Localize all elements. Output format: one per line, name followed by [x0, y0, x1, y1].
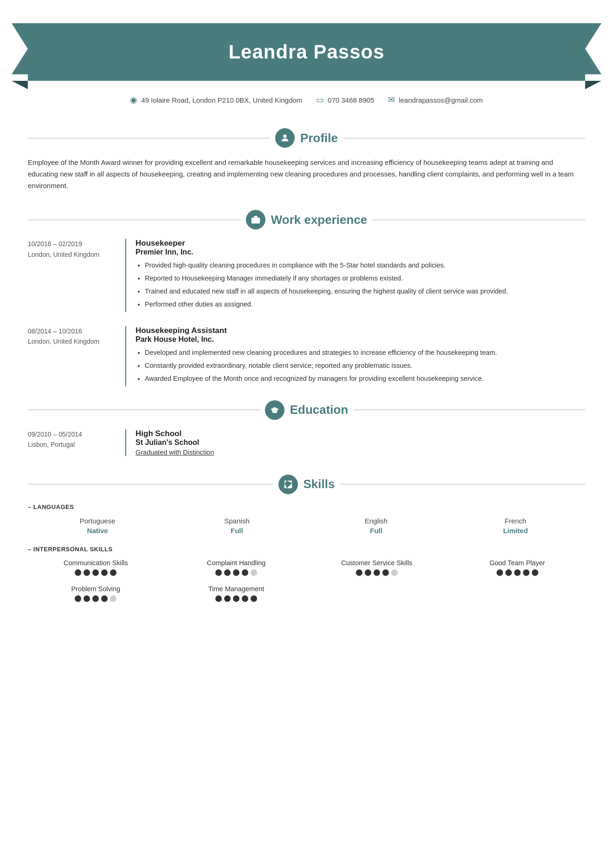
entry-1-date-loc: 10/2016 – 02/2019 London, United Kingdom: [28, 239, 111, 312]
skill-name-1: Complaint Handling: [168, 559, 304, 567]
svg-point-0: [283, 135, 286, 138]
education-icon: [265, 400, 284, 420]
skill-name-0: Communication Skills: [28, 559, 164, 567]
languages-grid: Portuguese Native Spanish Full English F…: [28, 517, 585, 535]
location-icon: ◉: [130, 95, 137, 105]
ribbon-fold-left: [12, 81, 28, 89]
skill-5: Time Management: [168, 585, 304, 602]
dot: [224, 569, 231, 576]
dot: [242, 595, 248, 602]
skill-2: Customer Service Skills: [309, 559, 445, 576]
skills-line-left: [28, 484, 273, 484]
interpersonal-grid: Communication Skills Complaint Handling: [28, 559, 585, 602]
edu-1-date: 09/2010 – 05/2014: [28, 429, 111, 439]
bullet-item: Developed and implemented new cleaning p…: [145, 347, 585, 359]
edu-line-left: [28, 410, 259, 410]
dot: [84, 595, 90, 602]
svg-rect-1: [252, 218, 260, 224]
work-section-header: Work experience: [28, 210, 585, 229]
dot: [75, 595, 81, 602]
lang-name-0: Portuguese: [28, 517, 167, 525]
entry-1-content: Housekeeper Premier Inn, Inc. Provided h…: [125, 239, 585, 312]
profile-section-header: Profile: [28, 128, 585, 148]
skill-name-2: Customer Service Skills: [309, 559, 445, 567]
entry-1-date: 10/2016 – 02/2019: [28, 239, 111, 249]
contact-address: ◉ 49 Iolaire Road, London P210 0BX, Unit…: [130, 95, 302, 105]
dot: [101, 569, 108, 576]
dot: [110, 595, 116, 602]
dot: [505, 569, 512, 576]
profile-title: Profile: [300, 131, 338, 145]
edu-1-degree: High School: [136, 429, 585, 438]
dot: [224, 595, 231, 602]
contact-bar: ◉ 49 Iolaire Road, London P210 0BX, Unit…: [0, 81, 613, 114]
dot: [84, 569, 90, 576]
dot: [110, 569, 116, 576]
edu-1-school: St Julian's School: [136, 438, 585, 447]
entry-2-location: London, United Kingdom: [28, 336, 111, 346]
skill-dots-5: [168, 595, 304, 602]
entry-2-company: Park House Hotel, Inc.: [136, 335, 585, 344]
phone-text: 070 3468 8905: [328, 96, 374, 104]
experience-entry-1: 10/2016 – 02/2019 London, United Kingdom…: [28, 239, 585, 312]
interpersonal-label: – INTERPERSONAL SKILLS: [28, 546, 585, 553]
lang-name-1: Spanish: [167, 517, 306, 525]
dot: [497, 569, 503, 576]
work-icon: [246, 210, 265, 229]
contact-email: ✉ leandrapassos@gmail.com: [388, 95, 483, 105]
dot: [514, 569, 521, 576]
education-section: 09/2010 – 05/2014 Lisbon, Portugal High …: [0, 429, 613, 456]
bullet-item: Constantly provided extraordinary, notab…: [145, 360, 585, 372]
skill-name-3: Good Team Player: [449, 559, 585, 567]
dot: [242, 569, 248, 576]
skill-dots-3: [449, 569, 585, 576]
language-spanish: Spanish Full: [167, 517, 306, 535]
edu-1-distinction: Graduated with Distinction: [136, 449, 585, 456]
dot: [92, 569, 99, 576]
contact-phone: ▭ 070 3468 8905: [316, 95, 374, 105]
bullet-item: Awarded Employee of the Month once and r…: [145, 373, 585, 385]
bullet-item: Provided high-quality cleaning procedure…: [145, 260, 585, 271]
dot: [92, 595, 99, 602]
dot: [251, 569, 257, 576]
lang-level-3: Limited: [446, 527, 585, 535]
bullet-item: Trained and educated new staff in all as…: [145, 286, 585, 297]
dot: [251, 595, 257, 602]
skill-1: Complaint Handling: [168, 559, 304, 576]
skill-dots-0: [28, 569, 164, 576]
profile-icon: [275, 128, 295, 148]
entry-2-bullets: Developed and implemented new cleaning p…: [136, 347, 585, 385]
address-text: 49 Iolaire Road, London P210 0BX, United…: [141, 96, 302, 104]
language-french: French Limited: [446, 517, 585, 535]
entry-1-bullets: Provided high-quality cleaning procedure…: [136, 260, 585, 310]
language-english: English Full: [307, 517, 446, 535]
skills-section: – LANGUAGES Portuguese Native Spanish Fu…: [0, 503, 613, 602]
entry-2-date: 08/2014 – 10/2016: [28, 326, 111, 336]
edu-1-date-loc: 09/2010 – 05/2014 Lisbon, Portugal: [28, 429, 111, 456]
dot: [233, 595, 239, 602]
email-icon: ✉: [388, 95, 395, 105]
bullet-item: Performed other duties as assigned.: [145, 299, 585, 310]
entry-2-title: Housekeeping Assistant: [136, 326, 585, 335]
skills-icon: [278, 475, 298, 494]
profile-line-right: [343, 138, 585, 138]
education-section-header: Education: [28, 400, 585, 420]
language-portuguese: Portuguese Native: [28, 517, 167, 535]
edu-entry-1: 09/2010 – 05/2014 Lisbon, Portugal High …: [28, 429, 585, 456]
bullet-item: Reported to Housekeeping Manager immedia…: [145, 273, 585, 284]
candidate-name: Leandra Passos: [56, 41, 557, 63]
dot: [75, 569, 81, 576]
lang-name-3: French: [446, 517, 585, 525]
entry-2-date-loc: 08/2014 – 10/2016 London, United Kingdom: [28, 326, 111, 386]
resume-container: Leandra Passos ◉ 49 Iolaire Road, London…: [0, 23, 613, 868]
skill-dots-2: [309, 569, 445, 576]
experience-section: 10/2016 – 02/2019 London, United Kingdom…: [0, 239, 613, 386]
edu-line-right: [354, 410, 585, 410]
dot: [101, 595, 108, 602]
dot: [382, 569, 389, 576]
ribbon-fold-right: [585, 81, 601, 89]
education-title: Education: [290, 403, 348, 417]
work-line-right: [373, 220, 585, 220]
lang-name-2: English: [307, 517, 446, 525]
phone-icon: ▭: [316, 95, 324, 105]
